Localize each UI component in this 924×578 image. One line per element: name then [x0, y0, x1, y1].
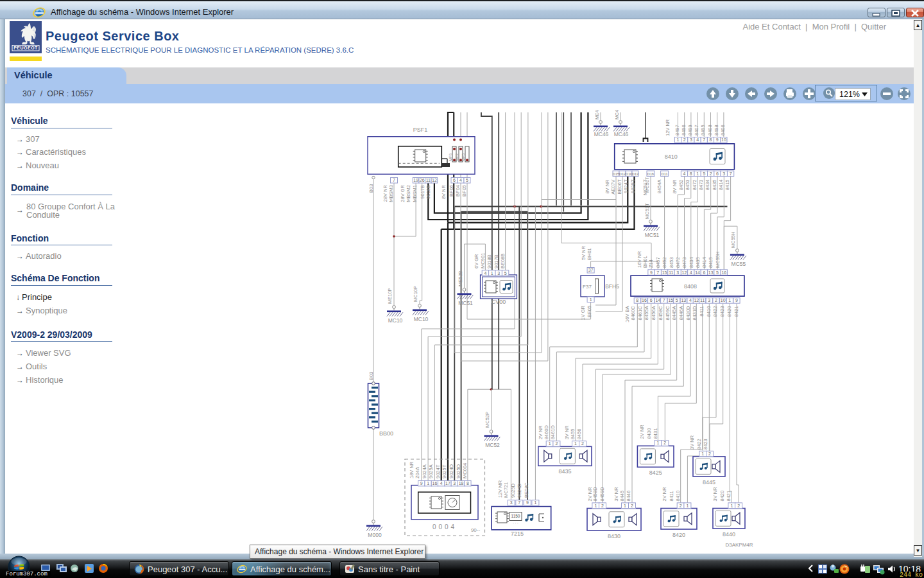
- svg-text:5V NR: 5V NR: [581, 245, 586, 260]
- svg-text:8453: 8453: [685, 180, 690, 191]
- svg-text:8435: 8435: [695, 257, 701, 268]
- svg-text:8458C: 8458C: [658, 306, 663, 320]
- svg-text:BF05: BF05: [461, 185, 467, 197]
- svg-text:8408: 8408: [707, 125, 713, 136]
- svg-text:MC4: MC4: [615, 110, 619, 119]
- svg-text:8473: 8473: [698, 180, 704, 191]
- svg-text:2: 2: [683, 137, 686, 142]
- svg-text:D13: D13: [632, 172, 638, 176]
- svg-text:2: 2: [680, 504, 682, 508]
- svg-text:7: 7: [730, 171, 732, 176]
- svg-text:8430D: 8430D: [685, 306, 691, 320]
- svg-text:8435: 8435: [558, 468, 571, 475]
- svg-text:7: 7: [703, 137, 705, 142]
- svg-text:MC55H: MC55H: [730, 232, 736, 248]
- svg-text:MC52: MC52: [485, 442, 500, 448]
- svg-text:8495: 8495: [700, 125, 706, 136]
- svg-text:8415: 8415: [724, 180, 730, 191]
- svg-text:9025T: 9025T: [630, 179, 636, 193]
- svg-text:3: 3: [690, 137, 692, 142]
- svg-text:90--: 90--: [471, 527, 481, 533]
- svg-text:8407: 8407: [694, 125, 699, 136]
- svg-text:2: 2: [737, 504, 740, 508]
- svg-text:15: 15: [662, 270, 667, 275]
- svg-text:28V NR: 28V NR: [382, 184, 388, 202]
- svg-text:14: 14: [695, 270, 700, 275]
- svg-text:MBSM3: MBSM3: [388, 185, 394, 202]
- svg-text:8410: 8410: [665, 153, 678, 160]
- svg-text:MC901: MC901: [480, 253, 486, 268]
- svg-text:8457: 8457: [655, 257, 661, 268]
- svg-text:8455: 8455: [570, 429, 576, 440]
- svg-text:8422: 8422: [696, 439, 702, 450]
- svg-text:D3AKPM4R: D3AKPM4R: [725, 542, 753, 548]
- svg-text:MC55: MC55: [732, 261, 746, 267]
- svg-text:1: 1: [534, 500, 536, 505]
- svg-text:8: 8: [636, 298, 638, 302]
- svg-text:12: 12: [432, 178, 437, 182]
- svg-text:9025T: 9025T: [441, 464, 447, 478]
- svg-text:1: 1: [677, 137, 680, 142]
- svg-text:8473: 8473: [681, 257, 687, 268]
- svg-text:9: 9: [716, 137, 719, 142]
- svg-text:8499: 8499: [687, 125, 693, 136]
- svg-text:8408: 8408: [684, 283, 697, 290]
- svg-text:MC51T: MC51T: [644, 203, 650, 219]
- svg-text:D16: D16: [647, 172, 654, 176]
- svg-text:8410: 8410: [675, 491, 681, 502]
- svg-text:8V NR: 8V NR: [672, 179, 678, 194]
- svg-text:4: 4: [440, 481, 443, 486]
- svg-text:8496: 8496: [681, 125, 687, 136]
- svg-text:8446: 8446: [626, 491, 631, 502]
- svg-text:F37: F37: [583, 284, 592, 290]
- svg-text:8415: 8415: [708, 257, 714, 268]
- svg-text:CV00: CV00: [492, 299, 506, 305]
- svg-text:4: 4: [459, 178, 462, 182]
- svg-text:7: 7: [656, 270, 659, 275]
- svg-text:MC46: MC46: [614, 131, 629, 137]
- svg-text:1: 1: [656, 441, 659, 445]
- svg-text:9018B: 9018B: [425, 185, 431, 199]
- svg-text:8423: 8423: [719, 306, 725, 317]
- svg-text:2: 2: [631, 504, 633, 508]
- svg-text:8456: 8456: [576, 429, 582, 440]
- svg-text:8414: 8414: [701, 257, 707, 268]
- svg-text:MC51: MC51: [458, 300, 473, 306]
- svg-text:17: 17: [445, 481, 450, 486]
- svg-text:1: 1: [590, 297, 592, 302]
- svg-text:19: 19: [413, 178, 418, 182]
- svg-text:3V NR: 3V NR: [689, 435, 695, 450]
- svg-text:8431: 8431: [653, 428, 658, 439]
- svg-text:B03: B03: [368, 372, 374, 380]
- svg-text:8458D: 8458D: [592, 487, 598, 502]
- svg-text:8420: 8420: [719, 491, 725, 502]
- svg-text:ME52B: ME52B: [458, 270, 463, 286]
- svg-text:1: 1: [491, 271, 493, 276]
- svg-text:16: 16: [642, 298, 647, 302]
- svg-text:8440: 8440: [723, 531, 735, 538]
- svg-text:8430: 8430: [608, 533, 620, 539]
- svg-text:11: 11: [426, 178, 431, 182]
- svg-text:7215: 7215: [511, 530, 524, 537]
- svg-text:5: 5: [466, 178, 468, 182]
- svg-text:ME10P: ME10P: [387, 288, 393, 304]
- svg-text:PSF1: PSF1: [413, 127, 428, 133]
- svg-text:BB00: BB00: [379, 430, 393, 437]
- svg-text:16: 16: [432, 481, 438, 486]
- svg-text:MC51: MC51: [645, 232, 660, 238]
- svg-text:7: 7: [393, 178, 395, 182]
- svg-text:3: 3: [676, 270, 679, 275]
- svg-text:1V GR: 1V GR: [580, 305, 586, 320]
- svg-text:BF06: BF06: [449, 185, 454, 197]
- svg-text:MC10P: MC10P: [413, 286, 418, 302]
- svg-text:MBSM2: MBSM2: [406, 185, 411, 202]
- svg-text:D15: D15: [613, 172, 619, 176]
- svg-text:9024T: 9024T: [623, 179, 629, 193]
- svg-text:4: 4: [689, 298, 692, 302]
- svg-text:7: 7: [663, 298, 665, 302]
- svg-text:9017B: 9017B: [493, 254, 499, 268]
- svg-text:Z04A: Z04A: [415, 467, 420, 478]
- svg-text:8406: 8406: [720, 125, 726, 136]
- svg-text:8434: 8434: [689, 257, 694, 268]
- svg-text:3: 3: [708, 298, 710, 302]
